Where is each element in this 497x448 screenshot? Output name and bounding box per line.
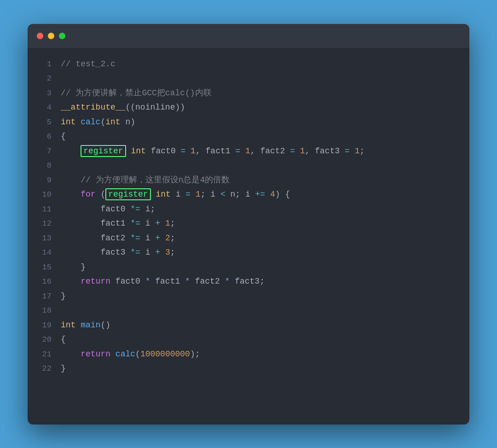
code-line: 12 fact1 *= i + 1; (28, 216, 469, 231)
code-line: 20 { (28, 332, 469, 347)
code-line: 8 (28, 158, 469, 173)
code-line: 22 } (28, 361, 469, 376)
titlebar (28, 24, 469, 48)
code-line: 3 // 为方便讲解，禁止GCC把calc()内联 (28, 86, 469, 101)
code-line: 5 int calc(int n) (28, 115, 469, 130)
maximize-button[interactable] (59, 33, 65, 39)
main-function-name: main (81, 320, 100, 330)
comment-text: // test_2.c (61, 59, 116, 69)
code-line: 11 fact0 *= i; (28, 202, 469, 217)
register-keyword-boxed: register (81, 145, 126, 157)
for-keyword: for (81, 190, 95, 199)
return-keyword: return (81, 349, 110, 359)
code-line: 7 register int fact0 = 1, fact1 = 1, fac… (28, 144, 469, 159)
code-line: 4 __attribute__((noinline)) (28, 100, 469, 115)
register-keyword-boxed: register (105, 188, 150, 200)
code-line: 16 return fact0 * fact1 * fact2 * fact3; (28, 274, 469, 289)
code-line: 1 // test_2.c (28, 57, 469, 72)
code-line: 10 for (register int i = 1; i < n; i += … (28, 187, 469, 202)
code-line: 17 } (28, 289, 469, 304)
return-keyword: return (81, 277, 110, 286)
code-line: 15 } (28, 260, 469, 275)
type-keyword: int (61, 117, 75, 127)
comment-text: // 为方便讲解，禁止GCC把calc()内联 (61, 88, 212, 98)
comment-text: // 为方便理解，这里假设n总是4的倍数 (81, 175, 230, 185)
code-line: 14 fact3 *= i + 3; (28, 245, 469, 260)
code-line: 13 fact2 *= i + 2; (28, 231, 469, 246)
code-line: 6 { (28, 129, 469, 144)
code-line: 19 int main() (28, 318, 469, 333)
code-editor: 1 // test_2.c 2 3 // 为方便讲解，禁止GCC把calc()内… (28, 48, 469, 385)
type-keyword: int (61, 320, 75, 330)
code-line: 9 // 为方便理解，这里假设n总是4的倍数 (28, 173, 469, 188)
code-line: 18 (28, 303, 469, 318)
attribute-text: __attribute__ (61, 103, 125, 112)
close-button[interactable] (37, 33, 43, 39)
function-name: calc (81, 117, 100, 127)
minimize-button[interactable] (48, 33, 54, 39)
code-line: 2 (28, 71, 469, 86)
code-window: 1 // test_2.c 2 3 // 为方便讲解，禁止GCC把calc()内… (28, 24, 469, 425)
code-line: 21 return calc(1000000000); (28, 347, 469, 362)
